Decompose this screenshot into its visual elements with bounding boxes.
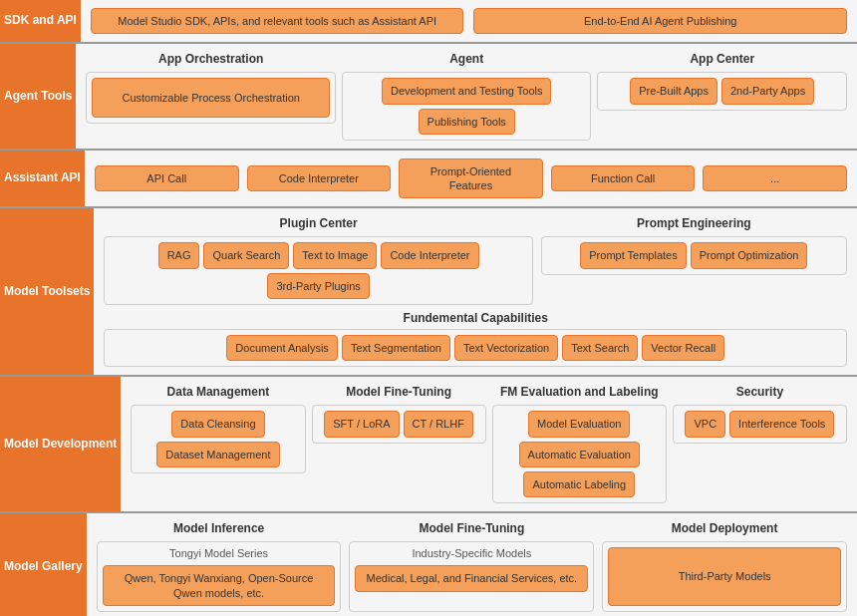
agent-section: Agent Development and Testing Tools Publ… [342, 52, 592, 141]
security-boxes: VPC Interference Tools [679, 411, 841, 437]
plugin-center-boxes: RAG Quark Search Text to Image Code Inte… [110, 242, 526, 299]
security-border: VPC Interference Tools [673, 405, 847, 443]
code-interpreter-api-box: Code Interpreter [247, 165, 392, 191]
sdk-api-row: SDK and API Model Studio SDK, APIs, and … [0, 0, 857, 44]
prompt-engineering-border: Prompt Templates Prompt Optimization [541, 236, 847, 274]
code-interpreter-plugin-box: Code Interpreter [381, 242, 478, 268]
model-development-label: Model Development [0, 377, 121, 511]
model-finetuning-border: SFT / LoRA CT / RLHF [312, 405, 486, 443]
vpc-box: VPC [685, 411, 725, 437]
model-evaluation-box: Model Evaluation [528, 411, 630, 437]
automatic-evaluation-box: Automatic Evaluation [519, 442, 640, 467]
sdk-api-content: Model Studio SDK, APIs, and relevant too… [81, 0, 857, 42]
agent-boxes: Development and Testing Tools Publishing… [348, 78, 586, 135]
industry-specific-title: Industry-Specific Models [355, 547, 588, 559]
app-center-title: App Center [597, 52, 847, 66]
gallery-finetuning-section: Model Fine-Tuning Industry-Specific Mode… [349, 521, 594, 612]
model-inference-section: Model Inference Tongyi Model Series Qwen… [97, 521, 342, 612]
agent-tools-label: Agent Tools [0, 44, 76, 149]
customizable-process-box: Customizable Process Orchestration [92, 78, 330, 118]
fundamental-section: Fundemental Capabilities Document Analys… [104, 311, 847, 367]
tongyi-series-box: Qwen, Tongyi Wanxiang, Open-Source Qwen … [103, 565, 336, 606]
agent-sections: App Orchestration Customizable Process O… [86, 52, 847, 141]
sdk-box1: Model Studio SDK, APIs, and relevant too… [91, 8, 464, 34]
api-call-box: API Call [95, 165, 239, 191]
text-search-box: Text Search [562, 335, 638, 361]
security-title: Security [673, 385, 847, 399]
gallery-finetuning-border: Industry-Specific Models Medical, Legal,… [349, 541, 594, 612]
dataset-management-box: Dataset Management [156, 442, 279, 467]
document-analysis-box: Document Analysis [226, 335, 338, 361]
data-management-title: Data Management [131, 385, 305, 399]
gallery-finetuning-title: Model Fine-Tuning [349, 521, 594, 535]
app-center-border: Pre-Built Apps 2nd-Party Apps [597, 72, 847, 110]
data-management-boxes: Data Cleansing Dataset Management [137, 411, 299, 467]
agent-tools-content: App Orchestration Customizable Process O… [76, 44, 857, 149]
app-center-section: App Center Pre-Built Apps 2nd-Party Apps [597, 52, 847, 141]
sft-lora-box: SFT / LoRA [324, 411, 399, 437]
model-toolsets-content: Plugin Center RAG Quark Search Text to I… [94, 208, 857, 375]
interference-tools-box: Interference Tools [729, 411, 834, 437]
quark-search-box: Quark Search [203, 242, 289, 268]
prompt-optimization-box: Prompt Optimization [691, 242, 808, 268]
model-gallery-content: Model Inference Tongyi Model Series Qwen… [87, 513, 857, 616]
assistant-api-row: Assistant API API Call Code Interpreter … [0, 151, 857, 209]
automatic-labeling-box: Automatic Labeling [523, 471, 635, 497]
tongyi-series-title: Tongyi Model Series [103, 547, 336, 559]
data-cleansing-box: Data Cleansing [171, 411, 264, 437]
agent-border: Development and Testing Tools Publishing… [342, 72, 592, 141]
industry-specific-box: Medical, Legal, and Financial Services, … [355, 565, 588, 591]
fm-evaluation-border: Model Evaluation Automatic Evaluation Au… [492, 405, 667, 503]
function-call-box: Function Call [551, 165, 696, 191]
vector-recall-box: Vector Recall [642, 335, 724, 361]
more-box: ... [703, 165, 847, 191]
model-development-content: Data Management Data Cleansing Dataset M… [121, 377, 857, 511]
publishing-tools-box: Publishing Tools [419, 109, 515, 135]
app-orchestration-border: Customizable Process Orchestration [86, 72, 336, 124]
sdk-box2: End-to-End AI Agent Publishing [473, 8, 847, 34]
model-deployment-border: Third-Party Models [602, 541, 847, 612]
fundamental-border: Document Analysis Text Segmentation Text… [104, 329, 847, 367]
data-management-section: Data Management Data Cleansing Dataset M… [131, 385, 305, 473]
app-orchestration-section: App Orchestration Customizable Process O… [86, 52, 336, 141]
text-vectorization-box: Text Vectorization [454, 335, 558, 361]
model-finetuning-boxes: SFT / LoRA CT / RLHF [318, 411, 480, 437]
prompt-oriented-box: Prompt-Oriented Features [399, 158, 543, 199]
model-finetuning-title: Model Fine-Tuning [312, 385, 486, 399]
prompt-engineering-title: Prompt Engineering [541, 216, 847, 230]
plugin-center-section: Plugin Center RAG Quark Search Text to I… [104, 216, 532, 305]
fundamental-title: Fundemental Capabilities [104, 311, 847, 325]
third-party-plugins-box: 3rd-Party Plugins [267, 273, 369, 299]
model-finetuning-section: Model Fine-Tuning SFT / LoRA CT / RLHF [312, 385, 486, 443]
model-inference-border: Tongyi Model Series Qwen, Tongyi Wanxian… [97, 541, 342, 612]
agent-title: Agent [342, 52, 592, 66]
model-inference-title: Model Inference [97, 521, 342, 535]
model-development-row: Model Development Data Management Data C… [0, 377, 857, 513]
assistant-api-content: API Call Code Interpreter Prompt-Oriente… [85, 151, 857, 207]
agent-tools-row: Agent Tools App Orchestration Customizab… [0, 44, 857, 151]
ct-rlhf-box: CT / RLHF [404, 411, 473, 437]
development-sections: Data Management Data Cleansing Dataset M… [131, 385, 847, 503]
model-gallery-label: Model Gallery [0, 513, 87, 616]
model-toolsets-row: Model Toolsets Plugin Center RAG Quark S… [0, 208, 857, 377]
third-party-models-box: Third-Party Models [608, 547, 841, 606]
prompt-engineering-section: Prompt Engineering Prompt Templates Prom… [541, 216, 847, 305]
plugin-center-border: RAG Quark Search Text to Image Code Inte… [104, 236, 532, 305]
prompt-templates-box: Prompt Templates [580, 242, 686, 268]
model-deployment-section: Model Deployment Third-Party Models [602, 521, 847, 612]
text-segmentation-box: Text Segmentation [342, 335, 450, 361]
security-section: Security VPC Interference Tools [673, 385, 847, 443]
data-management-border: Data Cleansing Dataset Management [131, 405, 305, 473]
pre-built-apps-box: Pre-Built Apps [630, 78, 717, 104]
model-deployment-title: Model Deployment [602, 521, 847, 535]
app-orchestration-title: App Orchestration [86, 52, 336, 66]
text-to-image-box: Text to Image [293, 242, 377, 268]
architecture-diagram: SDK and API Model Studio SDK, APIs, and … [0, 0, 857, 616]
model-gallery-row: Model Gallery Model Inference Tongyi Mod… [0, 513, 857, 616]
fm-evaluation-section: FM Evaluation and Labeling Model Evaluat… [492, 385, 667, 503]
second-party-apps-box: 2nd-Party Apps [721, 78, 814, 104]
prompt-engineering-boxes: Prompt Templates Prompt Optimization [547, 242, 841, 268]
sdk-api-label: SDK and API [0, 0, 81, 42]
fm-evaluation-title: FM Evaluation and Labeling [492, 385, 667, 399]
model-toolsets-label: Model Toolsets [0, 208, 94, 375]
